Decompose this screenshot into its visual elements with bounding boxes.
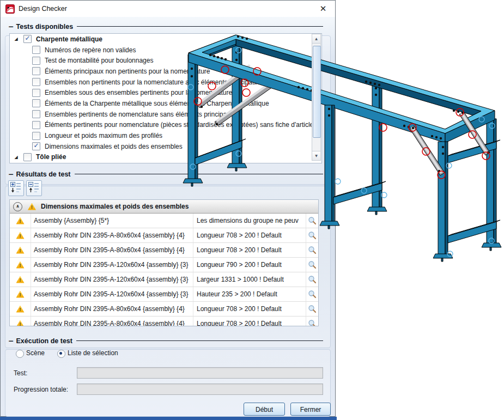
- tree-item-label: Éléments principaux non pertinents pour …: [45, 68, 210, 75]
- radio-selected-dot: [59, 352, 62, 355]
- start-button[interactable]: Début: [244, 403, 285, 416]
- tree-item-label: Éléments de la Charpente métallique sous…: [45, 100, 269, 107]
- checkbox[interactable]: [32, 57, 40, 65]
- frame-leg-back-middle[interactable]: [367, 84, 387, 215]
- tree-item-label: Ensembles pertinents de nomenclature san…: [45, 111, 234, 118]
- result-message: Longueur 708 > 200 ! Default: [193, 316, 306, 326]
- tests-tree[interactable]: ◢ ✓ Charpente métallique Numéros de repè…: [9, 33, 322, 163]
- checkbox[interactable]: [32, 99, 40, 107]
- title-bar[interactable]: Design Checker ✕: [1, 1, 335, 17]
- tree-item[interactable]: Ensembles sous des ensembles pertinents …: [10, 87, 321, 98]
- checkbox-checked[interactable]: ✓: [23, 35, 32, 43]
- result-row[interactable]: ! Assembly {Assembly} {5*} Les dimension…: [10, 214, 318, 228]
- magnifier-icon[interactable]: [308, 275, 317, 284]
- magnifier-icon[interactable]: [308, 290, 317, 299]
- tree-item[interactable]: Ensembles non pertinents pour la nomencl…: [10, 77, 321, 88]
- collapse-dash-icon[interactable]: −: [8, 170, 14, 178]
- collapse-dash-icon[interactable]: −: [8, 337, 14, 345]
- tree-item[interactable]: Numéros de repère non valides: [10, 45, 321, 56]
- checkbox[interactable]: [32, 121, 40, 129]
- results-caption: − Résultats de test: [8, 170, 323, 178]
- radio-scene-label[interactable]: Scène: [26, 349, 45, 357]
- collapse-all-icon: [27, 181, 40, 194]
- scroll-up-icon[interactable]: ▲: [312, 34, 320, 44]
- result-message: Longueur 790 > 200 ! Default: [193, 258, 306, 272]
- execution-caption: − Exécution de test: [8, 337, 323, 345]
- warning-icon: !: [16, 320, 25, 327]
- result-row[interactable]: ! Assembly Rohr DIN 2395-A-120x60x4 {ass…: [10, 287, 318, 302]
- results-group-title: Dimensions maximales et poids des ensemb…: [41, 203, 189, 210]
- cross-bar-middle[interactable]: [333, 181, 386, 204]
- tree-item[interactable]: Longueur et poids maximum des profilés: [10, 130, 321, 141]
- total-progress-label: Progression totale:: [14, 386, 68, 393]
- checkbox[interactable]: [32, 89, 40, 97]
- window-title: Design Checker: [19, 5, 67, 13]
- tree-item[interactable]: Ensembles pertinents de nomenclature san…: [10, 109, 321, 120]
- tree-item-label: Ensembles sous des ensembles pertinents …: [45, 89, 232, 96]
- radio-selection-list[interactable]: [57, 350, 65, 358]
- close-button[interactable]: Fermer: [290, 403, 331, 416]
- tree-scrollbar[interactable]: ▲ ▼: [312, 34, 321, 161]
- checkbox[interactable]: [23, 153, 32, 161]
- warning-icon: !: [16, 232, 25, 239]
- tree-item[interactable]: Éléments pertinents pour nomenclature (p…: [10, 120, 321, 131]
- result-row[interactable]: ! Assembly Rohr DIN 2395-A-80x60x4 {asse…: [10, 228, 318, 243]
- scrollbar-thumb[interactable]: [313, 46, 321, 138]
- expander-icon[interactable]: ◢: [13, 36, 20, 41]
- diagonal-brace-right[interactable]: [410, 112, 490, 175]
- result-message: Les dimensions du groupe ne peuv: [193, 214, 306, 228]
- checkbox-checked[interactable]: ✓: [32, 142, 40, 150]
- frame-leg-front-right[interactable]: [433, 142, 453, 261]
- tree-item[interactable]: Test de montabilité pour boulonnages: [10, 55, 321, 66]
- result-item-name: Assembly {Assembly} {5*}: [31, 214, 193, 228]
- warning-icon: !: [16, 261, 25, 269]
- frame-leg-back-right[interactable]: [482, 119, 501, 251]
- result-message: Largeur 1331 > 1000 ! Default: [193, 272, 306, 287]
- checkbox[interactable]: [32, 78, 40, 86]
- results-group-header[interactable]: ∧ ! Dimensions maximales et poids des en…: [10, 200, 318, 214]
- magnifier-icon[interactable]: [308, 216, 317, 225]
- taskbar-edge: [0, 417, 337, 420]
- cross-bar-right-upper[interactable]: [448, 140, 500, 163]
- expander-icon[interactable]: ◢: [13, 155, 20, 160]
- result-message: Longueur 708 > 200 ! Default: [193, 302, 306, 316]
- group-caption-line: [75, 174, 323, 174]
- magnifier-icon[interactable]: [308, 246, 317, 254]
- test-progress-label: Test:: [14, 369, 27, 377]
- tree-item-dimensions-maximales[interactable]: ✓ Dimensions maximales et poids des ense…: [10, 141, 321, 152]
- radio-scene[interactable]: [16, 350, 24, 358]
- warning-icon: !: [16, 247, 25, 254]
- results-table: ∧ ! Dimensions maximales et poids des en…: [9, 199, 319, 326]
- collapse-group-icon[interactable]: ∧: [13, 202, 22, 211]
- result-message: Longueur 708 > 200 ! Default: [193, 243, 306, 257]
- checkbox[interactable]: [32, 46, 40, 54]
- checkbox[interactable]: [32, 110, 40, 118]
- result-row[interactable]: ! Assembly Rohr DIN 2395-A-80x60x4 {asse…: [10, 302, 318, 316]
- checkbox[interactable]: [32, 67, 40, 75]
- close-icon[interactable]: ✕: [318, 3, 329, 14]
- scroll-down-icon[interactable]: ▼: [312, 151, 320, 160]
- magnifier-icon[interactable]: [308, 260, 317, 269]
- collapse-dash-icon[interactable]: −: [8, 22, 14, 31]
- result-row[interactable]: ! Assembly Rohr DIN 2395-A-80x60x4 {asse…: [10, 243, 318, 258]
- radio-selection-label[interactable]: Liste de sélection: [68, 349, 118, 357]
- tree-item[interactable]: Éléments de la Charpente métallique sous…: [10, 98, 321, 109]
- result-row[interactable]: ! Assembly Rohr DIN 2395-A-120x60x4 {ass…: [10, 272, 318, 287]
- collapse-all-button[interactable]: [26, 180, 42, 196]
- tree-item-label: Longueur et poids maximum des profilés: [45, 132, 162, 139]
- magnifier-icon[interactable]: [308, 231, 317, 240]
- group-caption-line: [77, 26, 323, 27]
- tree-item-label: Ensembles non pertinents pour la nomencl…: [45, 78, 259, 86]
- tree-item[interactable]: Éléments principaux non pertinents pour …: [10, 66, 321, 77]
- result-row[interactable]: ! Assembly Rohr DIN 2395-A-120x60x4 {ass…: [10, 258, 318, 272]
- cross-bar-right-lower[interactable]: [448, 220, 500, 243]
- warning-icon: !: [16, 291, 25, 298]
- magnifier-icon[interactable]: [308, 319, 317, 326]
- tree-item-tole-pliee[interactable]: ◢ Tôle pliée: [10, 152, 321, 163]
- checkbox[interactable]: [32, 132, 40, 140]
- magnifier-icon[interactable]: [308, 305, 317, 313]
- app-logo-icon: [5, 4, 15, 14]
- result-row[interactable]: ! Assembly Rohr DIN 2395-A-80x60x4 {asse…: [10, 316, 318, 326]
- expand-all-button[interactable]: [8, 180, 24, 196]
- tree-item-charpente-metallique[interactable]: ◢ ✓ Charpente métallique: [10, 34, 321, 45]
